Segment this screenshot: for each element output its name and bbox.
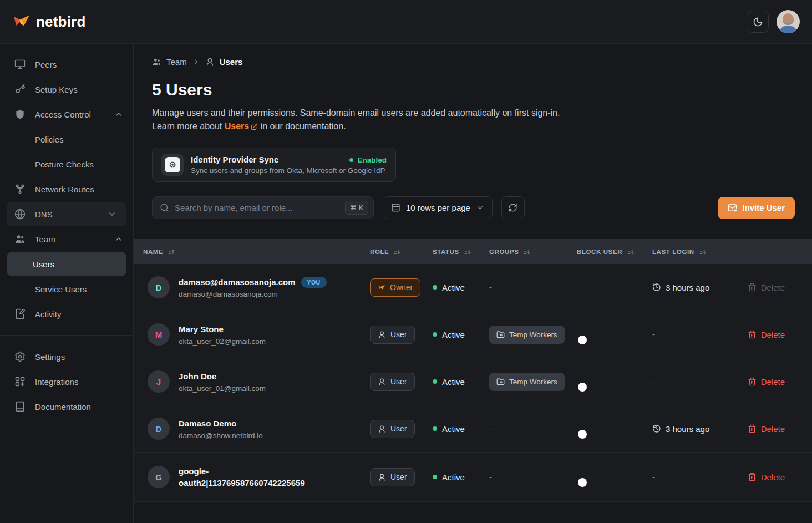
chevron-up-icon <box>114 110 123 119</box>
sort-desc-icon <box>393 248 401 256</box>
role-badge-user[interactable]: User <box>370 373 415 391</box>
dark-mode-button[interactable] <box>747 11 769 33</box>
refresh-button[interactable] <box>501 196 525 219</box>
delete-button[interactable]: Delete <box>741 330 812 339</box>
history-clock-icon <box>652 283 661 292</box>
trash-icon <box>748 377 757 386</box>
breadcrumb-users[interactable]: Users <box>220 57 243 67</box>
network-routes-icon <box>14 184 26 195</box>
trash-icon <box>748 424 757 433</box>
sidebar-item-activity[interactable]: Activity <box>0 302 133 326</box>
delete-button[interactable]: Delete <box>741 424 812 434</box>
gear-icon <box>14 351 26 362</box>
column-header-groups[interactable]: GROUPS <box>489 248 577 256</box>
sidebar-item-label: Peers <box>35 60 57 69</box>
groups-empty: - <box>489 424 492 433</box>
sidebar-item-label: Users <box>33 260 54 269</box>
netbird-logo-icon <box>12 13 31 31</box>
user-name: Damaso Demo <box>179 418 236 429</box>
sidebar-item-team[interactable]: Team <box>0 227 133 251</box>
sidebar-item-label: Activity <box>35 309 62 319</box>
trash-icon <box>748 330 757 339</box>
status-active: Active <box>433 473 489 482</box>
page-description: Manage users and their permissions. Same… <box>152 106 795 133</box>
search-input[interactable] <box>175 203 339 212</box>
sidebar-item-dns[interactable]: DNS <box>7 202 126 226</box>
sidebar-item-users[interactable]: Users <box>7 252 126 276</box>
user-email: okta_user_02@gmail.com <box>179 337 266 346</box>
column-header-role[interactable]: ROLE <box>370 248 433 256</box>
sidebar-item-network-routes[interactable]: Network Routes <box>0 177 133 201</box>
rows-per-page-select[interactable]: 10 rows per page <box>383 196 493 219</box>
folder-icon <box>496 378 505 386</box>
status-active: Active <box>433 283 489 292</box>
groups-empty: - <box>489 472 492 481</box>
you-badge: YOU <box>301 277 327 288</box>
users-table: NAME ROLE STATUS GROUPS BLOCK USER LAST … <box>134 239 812 502</box>
sort-asc-icon <box>168 248 175 256</box>
idp-sync-icon <box>161 154 184 176</box>
toolbar: ⌘ K 10 rows per page Invite User <box>152 196 795 219</box>
mail-plus-icon <box>728 203 737 212</box>
group-badge[interactable]: Temp Workers <box>489 326 565 344</box>
delete-button[interactable]: Delete <box>741 377 812 387</box>
group-badge[interactable]: Temp Workers <box>489 373 565 391</box>
user-name: damaso@damasosanoja.com <box>179 276 296 288</box>
activity-icon <box>14 308 26 319</box>
user-name: google-oauth2|113769587660742225659 <box>179 465 334 489</box>
idp-card-subtitle: Sync users and groups from Okta, Microso… <box>191 166 385 175</box>
column-header-last-login[interactable]: LAST LOGIN <box>652 248 741 256</box>
column-header-block-user[interactable]: BLOCK USER <box>577 248 652 256</box>
avatar: D <box>148 276 170 298</box>
book-icon <box>14 401 26 412</box>
delete-button: Delete <box>741 283 812 292</box>
trash-icon <box>748 473 757 481</box>
invite-user-button[interactable]: Invite User <box>718 197 795 219</box>
avatar: M <box>148 323 170 346</box>
last-login-empty: - <box>652 472 655 481</box>
search-icon <box>160 203 169 212</box>
status-active: Active <box>433 424 489 434</box>
status-active: Active <box>433 377 489 387</box>
role-badge-user[interactable]: User <box>370 326 415 344</box>
identity-provider-sync-card[interactable]: Identity Provider Sync Sync users and gr… <box>152 148 396 182</box>
sidebar-item-integrations[interactable]: Integrations <box>0 369 133 394</box>
sidebar-item-label: Posture Checks <box>35 160 94 169</box>
refresh-icon <box>508 203 517 212</box>
sidebar-item-peers[interactable]: Peers <box>0 52 133 77</box>
chevron-up-icon <box>114 235 123 243</box>
column-header-name[interactable]: NAME <box>134 248 370 256</box>
table-row: D Damaso Demo damaso@show.netbird.io Use… <box>134 405 812 453</box>
sidebar-item-settings[interactable]: Settings <box>0 344 133 369</box>
users-doc-link[interactable]: Users <box>225 120 258 133</box>
sidebar-item-access-control[interactable]: Access Control <box>0 102 133 126</box>
status-dot <box>433 475 437 479</box>
breadcrumb-team[interactable]: Team <box>166 57 187 67</box>
folder-icon <box>496 331 505 339</box>
sidebar-item-documentation[interactable]: Documentation <box>0 394 133 419</box>
role-badge-owner[interactable]: Owner <box>370 278 420 297</box>
delete-button[interactable]: Delete <box>741 473 812 482</box>
last-login-empty: - <box>652 377 655 386</box>
monitor-icon <box>14 59 26 70</box>
avatar: D <box>148 418 170 440</box>
user-avatar[interactable] <box>777 10 800 33</box>
column-header-status[interactable]: STATUS <box>433 248 489 256</box>
sidebar-item-service-users[interactable]: Service Users <box>0 277 133 301</box>
idp-status-badge: Enabled <box>349 156 387 164</box>
search-box[interactable]: ⌘ K <box>152 196 374 219</box>
moon-icon <box>753 17 763 27</box>
sidebar-item-posture-checks[interactable]: Posture Checks <box>0 152 133 176</box>
table-row: G google-oauth2|113769587660742225659 Us… <box>134 453 812 502</box>
sidebar-item-setup-keys[interactable]: Setup Keys <box>0 77 133 101</box>
user-name: John Doe <box>179 370 216 382</box>
role-badge-user[interactable]: User <box>370 468 415 486</box>
last-login: 3 hours ago <box>652 283 741 292</box>
top-bar: netbird <box>0 0 812 44</box>
sidebar-item-label: DNS <box>35 210 53 219</box>
status-dot <box>433 426 437 431</box>
user-email: damaso@damasosanoja.com <box>179 290 327 298</box>
main-content: Team Users 5 Users Manage users and thei… <box>134 44 812 523</box>
role-badge-user[interactable]: User <box>370 420 415 438</box>
sidebar-item-policies[interactable]: Policies <box>0 127 133 151</box>
